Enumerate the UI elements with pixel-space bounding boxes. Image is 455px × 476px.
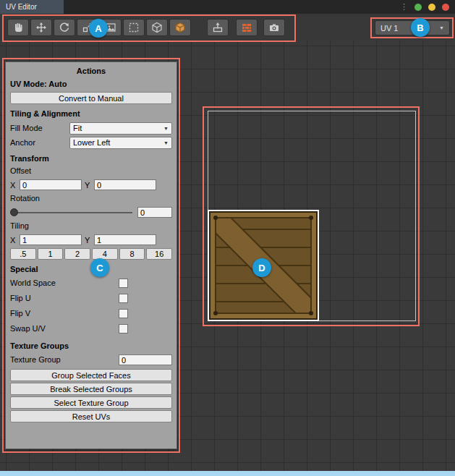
rotation-input[interactable] — [137, 207, 172, 218]
uv-channel-dropdown[interactable]: UV 1 ▼ — [375, 20, 450, 35]
tab-uv-editor[interactable]: UV Editor — [0, 0, 64, 14]
convert-to-manual-button[interactable]: Convert to Manual — [10, 92, 172, 104]
texture-group-label: Texture Group — [10, 354, 119, 366]
world-space-label: World Space — [10, 277, 119, 289]
pan-tool-button[interactable] — [7, 19, 29, 36]
tiling-preset-button[interactable]: 1 — [38, 248, 64, 260]
tiling-preset-button[interactable]: 16 — [146, 248, 172, 260]
chevron-down-icon: ▼ — [163, 140, 169, 145]
offset-x-input[interactable] — [20, 179, 82, 190]
pan-icon — [12, 22, 24, 33]
export-uv-icon — [212, 22, 224, 33]
save-uv-image-button[interactable] — [207, 19, 229, 36]
select-texture-group-button[interactable]: Select Texture Group — [10, 396, 172, 409]
swap-uv-label: Swap U/V — [10, 323, 119, 335]
uv-mode-label: UV Mode: Auto — [10, 78, 172, 90]
fill-mode-value: Fit — [73, 124, 82, 132]
texture-group-input[interactable] — [119, 354, 172, 365]
uv-channel-value: UV 1 — [380, 24, 398, 33]
scale-icon — [82, 22, 93, 33]
image-icon — [105, 22, 116, 33]
offset-label: Offset — [10, 165, 172, 177]
window-title: UV Editor — [6, 3, 37, 11]
texture-groups-header: Texture Groups — [10, 340, 172, 352]
special-header: Special — [10, 263, 172, 276]
tiling-alignment-header: Tiling & Alignment — [10, 108, 172, 120]
cube-textured-icon — [174, 22, 186, 33]
chevron-down-icon: ▼ — [439, 25, 444, 30]
screenshot-button[interactable] — [263, 19, 285, 36]
window-button-red[interactable] — [442, 4, 449, 11]
marquee-select-button[interactable] — [123, 19, 145, 36]
world-space-checkbox[interactable] — [119, 279, 128, 288]
tiling-label: Tiling — [10, 220, 172, 232]
break-selected-groups-button[interactable]: Break Selected Groups — [10, 383, 172, 395]
anchor-label: Anchor — [10, 137, 69, 149]
panel-title: Actions — [10, 64, 172, 78]
rotate-tool-button[interactable] — [54, 19, 75, 36]
title-bar: UV Editor ⋮ — [0, 0, 455, 14]
cube-outline-icon — [151, 22, 163, 33]
window-button-green[interactable] — [414, 4, 422, 11]
fill-mode-dropdown[interactable]: Fit ▼ — [69, 122, 172, 135]
scale-tool-button[interactable] — [77, 19, 98, 36]
flip-v-checkbox[interactable] — [119, 309, 128, 318]
anchor-value: Lower Left — [73, 138, 110, 147]
group-selected-faces-button[interactable]: Group Selected Faces — [10, 369, 172, 381]
crate-texture-face[interactable] — [208, 210, 319, 321]
move-tool-button[interactable] — [30, 19, 52, 36]
bricks-icon — [241, 22, 252, 33]
tiling-x-label: X — [10, 236, 17, 245]
tiling-preset-button[interactable]: 4 — [92, 248, 118, 260]
cube-wireframe-button[interactable] — [146, 19, 168, 36]
chevron-down-icon: ▼ — [163, 126, 169, 131]
move-icon — [35, 22, 47, 33]
flip-u-label: Flip U — [10, 292, 119, 305]
crate-texture-image — [209, 211, 318, 320]
reset-uvs-button[interactable]: Reset UVs — [10, 410, 172, 422]
offset-x-label: X — [10, 181, 17, 190]
offset-y-input[interactable] — [94, 179, 156, 190]
swap-uv-checkbox[interactable] — [119, 324, 128, 333]
bottom-accent-bar — [0, 471, 455, 476]
tiling-y-input[interactable] — [94, 234, 156, 245]
texture-preview-button[interactable] — [236, 19, 258, 36]
rotation-label: Rotation — [10, 192, 172, 205]
more-menu-icon[interactable]: ⋮ — [400, 3, 408, 11]
tiling-x-input[interactable] — [20, 234, 82, 245]
anchor-dropdown[interactable]: Lower Left ▼ — [69, 137, 172, 149]
slider-track — [11, 212, 132, 213]
window-controls: ⋮ — [400, 0, 449, 14]
transform-header: Transform — [10, 153, 172, 165]
tiling-preset-button[interactable]: 8 — [119, 248, 145, 260]
flip-u-checkbox[interactable] — [119, 294, 128, 303]
flip-v-label: Flip V — [10, 307, 119, 320]
fill-mode-label: Fill Mode — [10, 122, 69, 135]
window-button-yellow[interactable] — [428, 4, 435, 11]
offset-y-label: Y — [85, 181, 91, 190]
marquee-icon — [128, 22, 140, 33]
rotation-slider[interactable] — [10, 205, 133, 219]
camera-icon — [268, 22, 280, 33]
textured-cube-button[interactable] — [169, 19, 191, 36]
slider-knob[interactable] — [10, 208, 18, 216]
tiling-preset-button[interactable]: 2 — [64, 248, 90, 260]
tiling-preset-button[interactable]: .5 — [10, 248, 36, 260]
actions-panel: Actions UV Mode: Auto Convert to Manual … — [5, 61, 177, 449]
rotate-icon — [59, 22, 70, 33]
tiling-y-label: Y — [85, 236, 91, 245]
texture-select-button[interactable] — [100, 19, 122, 36]
